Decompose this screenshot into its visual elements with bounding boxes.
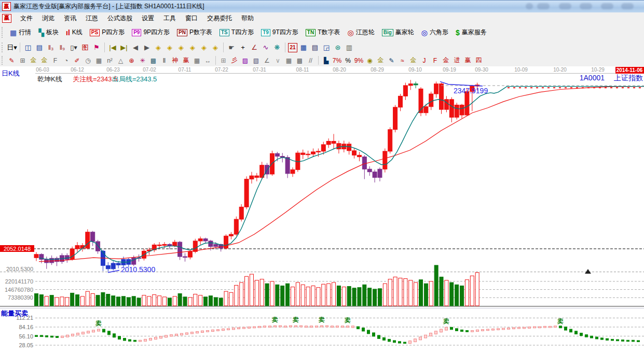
menu-item-5[interactable]: 设置	[137, 12, 159, 24]
compress-all-icon[interactable]: ◈	[210, 43, 221, 53]
star-web-icon[interactable]: ✳	[138, 56, 147, 65]
symbol-code[interactable]: 1A0001	[580, 74, 605, 82]
candle-style-dropdown-icon[interactable]: ▯▾	[68, 43, 79, 53]
menu-item-7[interactable]: 窗口	[181, 12, 202, 24]
go-next-icon[interactable]: ▶	[142, 43, 152, 53]
v-lines-icon[interactable]: ∨	[273, 56, 283, 65]
gold-grid-1-icon[interactable]: 金	[29, 56, 38, 65]
angle-tool-icon[interactable]: ∠	[249, 43, 259, 53]
save-floppy-icon[interactable]: ◲	[321, 43, 332, 53]
h-arrows-icon[interactable]: ↔	[203, 56, 213, 65]
hand-tool-icon[interactable]: ☛	[226, 43, 237, 53]
indicator-name-label[interactable]: 能量买卖	[1, 309, 28, 318]
n-square-icon[interactable]: n²	[105, 56, 115, 65]
pencil-ruler-icon[interactable]: ✐	[72, 56, 82, 65]
window-layout-icon[interactable]: ◫	[23, 43, 33, 53]
f-grid-icon[interactable]: F	[50, 56, 60, 65]
menu-item-1[interactable]: 浏览	[37, 12, 59, 24]
main-chart-svg[interactable]: 06-0306-1206-2307-0207-1107-2207-3108-11…	[0, 66, 644, 354]
go-last-icon[interactable]: ▶|	[119, 43, 129, 53]
grid-a-icon[interactable]: ▦	[284, 56, 294, 65]
zoom-in-x-icon[interactable]: ◈	[165, 43, 175, 53]
toolbar-button-kline[interactable]: ılK线	[62, 27, 86, 38]
toolbar-button-p9-square[interactable]: P99P四方形	[128, 27, 173, 38]
print-icon[interactable]: ▥	[344, 43, 354, 53]
export-data-icon[interactable]: ⊛	[333, 43, 343, 53]
menu-item-3[interactable]: 江恩	[81, 12, 103, 24]
toolbar-button-hexagon[interactable]: ◎六角形	[418, 27, 452, 38]
panel-type-label[interactable]: 日K线	[2, 69, 20, 78]
gold-grid-2-icon[interactable]: 金	[39, 56, 49, 65]
color-flag-icon[interactable]: ⚑	[91, 43, 102, 53]
calculator-icon[interactable]: ▦	[298, 43, 309, 53]
period-day-dropdown-icon[interactable]: 日▾	[7, 43, 17, 53]
web-grid-icon[interactable]: ▩	[148, 56, 158, 65]
gold-circle-icon[interactable]: ◉	[365, 56, 375, 65]
f-angle-icon[interactable]: F	[430, 56, 440, 65]
spiral-icon[interactable]: ◔	[61, 56, 71, 65]
toolbar-button-gann-wheel[interactable]: ◎江恩轮	[344, 27, 378, 38]
pencil-bars-icon[interactable]: ✎	[387, 56, 396, 65]
go-prev-icon[interactable]: ◀	[130, 43, 141, 53]
gold-levels-icon[interactable]: 金	[376, 56, 386, 65]
go-first-icon[interactable]: |◀	[107, 43, 118, 53]
pattern-box-icon[interactable]: 图	[80, 43, 90, 53]
expand-all-icon[interactable]: ◈	[199, 43, 209, 53]
toolbar-button-winner-wheel[interactable]: Big赢家轮	[378, 27, 418, 38]
ying-angle-icon[interactable]: 赢	[463, 56, 473, 65]
parallel-lines-icon[interactable]: //	[306, 56, 316, 65]
pct-lines-icon[interactable]: 9%	[354, 56, 364, 65]
menu-item-6[interactable]: 工具	[159, 12, 181, 24]
j-angle-icon[interactable]: J	[419, 56, 429, 65]
angle-mirror-icon[interactable]: △	[116, 56, 126, 65]
chart-9-lines-icon[interactable]: ǁ₉	[57, 43, 67, 53]
toolbar-button-t-number-table[interactable]: TNT数字表	[302, 27, 344, 38]
chart-3-lines-icon[interactable]: ǁ₃	[46, 43, 56, 53]
notepad-icon[interactable]: ▤	[310, 43, 320, 53]
neural-tool-icon[interactable]: ❋	[272, 43, 282, 53]
frame-tool-icon[interactable]: ⊞	[218, 56, 228, 65]
toolbar-button-p-square[interactable]: PSP四方形	[86, 27, 128, 38]
expand-h-icon[interactable]: ◈	[176, 43, 186, 53]
si-angle-icon[interactable]: 四	[474, 56, 484, 65]
fan-box-2-icon[interactable]: ▧	[251, 56, 261, 65]
menu-item-9[interactable]: 帮助	[237, 12, 258, 24]
percent-icon[interactable]: %	[343, 56, 353, 65]
info-report-icon[interactable]: ▤	[34, 43, 45, 53]
toolbar-button-t-square[interactable]: TST四方形	[216, 27, 257, 38]
gold-levels-2-icon[interactable]: 金	[408, 56, 418, 65]
toolbar-button-market-quotes[interactable]: ▦行情	[6, 27, 35, 38]
k-marks-icon[interactable]: Ⅱ	[159, 56, 169, 65]
crosshair-tool-icon[interactable]: +	[238, 43, 248, 53]
draw-pencil-icon[interactable]: ✎	[7, 56, 17, 65]
menu-item-2[interactable]: 资讯	[59, 12, 81, 24]
menu-item-8[interactable]: 交易委托	[202, 12, 237, 24]
toolbar-button-t9-square[interactable]: T99T四方形	[257, 27, 302, 38]
jin-angle-icon[interactable]: 进	[452, 56, 462, 65]
dense-grid-icon[interactable]: ▦	[94, 56, 104, 65]
calendar-icon[interactable]: 21	[288, 43, 297, 52]
grid-123-icon[interactable]: ▦	[192, 56, 202, 65]
grid-b-icon[interactable]: ▩	[295, 56, 305, 65]
time-circle-icon[interactable]: ◷	[83, 56, 93, 65]
ying-grid-icon[interactable]: 赢	[181, 56, 191, 65]
fan-lines-icon[interactable]: 彡	[229, 56, 239, 65]
toolbar-button-sectors[interactable]: ▚板块	[35, 27, 62, 38]
fan-box-1-icon[interactable]: ▨	[240, 56, 250, 65]
wave-tool-icon[interactable]: ≈	[398, 56, 407, 65]
gann-symbol-tool-icon[interactable]: ∿	[261, 43, 271, 53]
angle-lines-icon[interactable]: ∠	[262, 56, 272, 65]
menu-item-4[interactable]: 公式选股	[103, 12, 137, 24]
gann-lines-icon[interactable]: ⊞	[18, 56, 28, 65]
shen-grid-icon[interactable]: 神	[170, 56, 180, 65]
gold-angle-icon[interactable]: 金	[441, 56, 451, 65]
seven-pct-icon[interactable]: 7%	[332, 56, 342, 65]
menu-item-0[interactable]: 文件	[16, 12, 37, 24]
symbol-name[interactable]: 上证指数	[614, 74, 643, 83]
zoom-out-x-icon[interactable]: ◈	[153, 43, 163, 53]
compress-h-icon[interactable]: ◈	[187, 43, 198, 53]
crosshair-circle-icon[interactable]: ⊕	[127, 56, 136, 65]
bar-stats-icon[interactable]: ▙	[321, 56, 331, 65]
toolbar-button-winner-service[interactable]: $赢家服务	[452, 27, 490, 38]
toolbar-button-p-number-table[interactable]: PNP数字表	[173, 27, 216, 38]
